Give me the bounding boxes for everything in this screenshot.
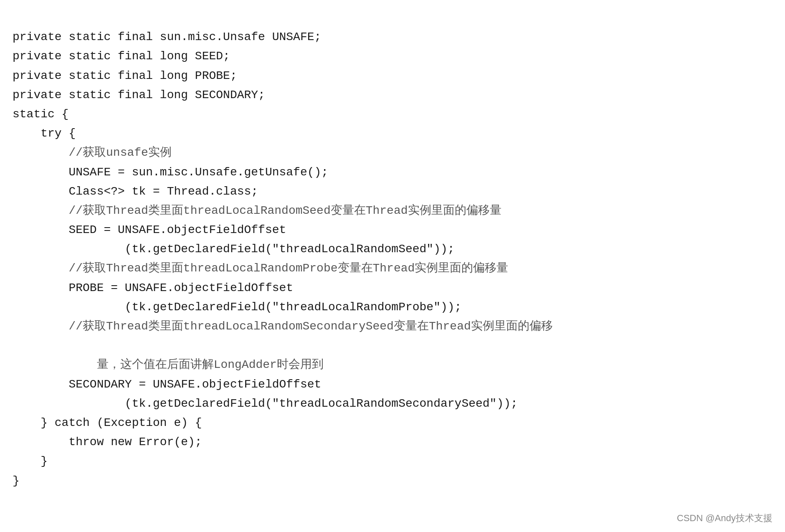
- code-line-10: //获取Thread类里面threadLocalRandomSeed变量在Thr…: [13, 201, 772, 220]
- code-block: private static final sun.misc.Unsafe UNS…: [0, 0, 785, 499]
- code-line-6: try {: [13, 124, 772, 143]
- code-line-16: //获取Thread类里面threadLocalRandomSecondaryS…: [13, 317, 772, 336]
- code-line-20: (tk.getDeclaredField("threadLocalRandomS…: [13, 394, 772, 413]
- code-line-18: 量，这个值在后面讲解LongAdder时会用到: [13, 355, 772, 375]
- code-line-15: (tk.getDeclaredField("threadLocalRandomP…: [13, 298, 772, 317]
- code-line-12: (tk.getDeclaredField("threadLocalRandomS…: [13, 240, 772, 259]
- code-line-22: throw new Error(e);: [13, 433, 772, 452]
- code-line-13: //获取Thread类里面threadLocalRandomProbe变量在Th…: [13, 259, 772, 278]
- code-line-21: } catch (Exception e) {: [13, 413, 772, 433]
- code-line-24: }: [13, 471, 772, 491]
- code-line-19: SECONDARY = UNSAFE.objectFieldOffset: [13, 375, 772, 394]
- code-line-9: Class<?> tk = Thread.class;: [13, 182, 772, 201]
- code-line-3: private static final long PROBE;: [13, 66, 772, 86]
- code-line-14: PROBE = UNSAFE.objectFieldOffset: [13, 279, 772, 298]
- code-line-8: UNSAFE = sun.misc.Unsafe.getUnsafe();: [13, 163, 772, 182]
- code-line-23: }: [13, 452, 772, 471]
- code-line-4: private static final long SECONDARY;: [13, 86, 772, 105]
- code-line-11: SEED = UNSAFE.objectFieldOffset: [13, 220, 772, 240]
- code-line-2: private static final long SEED;: [13, 47, 772, 66]
- code-line-7: //获取unsafe实例: [13, 143, 772, 162]
- code-line-17: [13, 336, 772, 355]
- code-line-1: private static final sun.misc.Unsafe UNS…: [13, 28, 772, 47]
- watermark: CSDN @Andy技术支援: [677, 512, 772, 524]
- code-line-5: static {: [13, 105, 772, 124]
